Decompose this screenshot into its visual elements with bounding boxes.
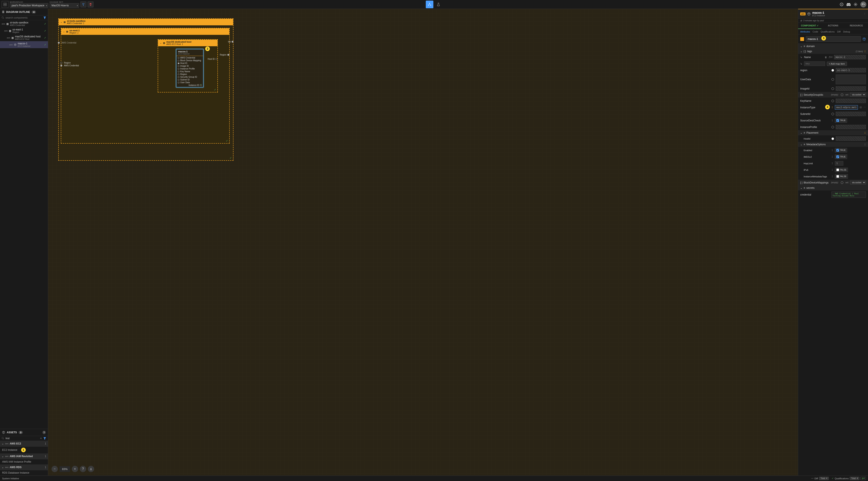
- more-icon[interactable]: ⋮: [864, 12, 866, 15]
- subtab-attributes[interactable]: Attributes: [800, 30, 810, 33]
- assets-search-input[interactable]: [5, 437, 39, 440]
- asset-item-ec2instance[interactable]: EC2 Instance 1: [0, 447, 48, 454]
- dots-icon[interactable]: ⋯: [864, 106, 866, 109]
- subnetid-input[interactable]: [836, 112, 866, 116]
- check-icon: ✓: [832, 477, 834, 480]
- tag-key-input[interactable]: [804, 61, 825, 66]
- detail-panel: aws macos-1 EC2 Instance ⋮ ⊞ 3 minutes a…: [798, 9, 868, 476]
- asset-item-iamprofile[interactable]: AWS IAM Instance Profile: [0, 459, 48, 464]
- asset-group-iam[interactable]: ⌄ aws AWS IAM Revisited 1: [0, 454, 48, 459]
- subtab-qualifications[interactable]: Qualifications: [821, 30, 835, 33]
- subtab-code[interactable]: Code: [812, 30, 818, 33]
- region-input[interactable]: [836, 68, 866, 72]
- tag-name-input[interactable]: [834, 55, 866, 59]
- subtab-diff[interactable]: Diff: [837, 30, 841, 33]
- settings-icon[interactable]: [854, 3, 858, 6]
- zoom-out-button[interactable]: −: [52, 466, 58, 472]
- section-sgids[interactable]: [ ] SecurityGroupIds (empty) set: via so…: [798, 92, 868, 97]
- trash-icon[interactable]: 🗑: [825, 56, 827, 59]
- add-map-item-button[interactable]: + Add map item: [827, 62, 847, 66]
- hoplimit-input[interactable]: [835, 161, 843, 166]
- credential-preview: - AWS Credential / Paul Testing Assume R…: [832, 191, 866, 198]
- section-secrets[interactable]: ⌄ ≡ secrets: [798, 185, 868, 190]
- edit-icon[interactable]: 𝙸: [864, 50, 866, 53]
- instancetype-input[interactable]: [835, 105, 858, 110]
- set-select[interactable]: via socket: [850, 93, 866, 96]
- clear-icon[interactable]: ⓧ: [860, 106, 862, 109]
- tab-resource[interactable]: RESOURCE: [845, 23, 868, 29]
- workspace-select[interactable]: paul's Production Workspace: [10, 3, 48, 8]
- imdsv2-checkbox[interactable]: TRUE: [835, 155, 847, 159]
- zoom-help-button[interactable]: ?: [80, 466, 86, 472]
- chevron-down-icon: ⌄: [2, 455, 4, 458]
- section-tags[interactable]: ⌄ { } tags (1 item) 𝙸: [798, 49, 868, 54]
- brand-label: System Initiative: [2, 477, 19, 480]
- imageid-input[interactable]: [836, 86, 866, 91]
- tree-item-instance[interactable]: aws macos-1EC2 Instance ✓: [0, 41, 48, 48]
- imtags-checkbox[interactable]: FALSE: [835, 174, 848, 179]
- section-domain[interactable]: ⌄ ≡ domain: [798, 44, 868, 49]
- set-select[interactable]: via socket: [850, 181, 866, 184]
- user-avatar[interactable]: P ▾: [860, 1, 866, 7]
- instanceprofile-input[interactable]: [836, 125, 866, 129]
- search-icon: [2, 437, 4, 440]
- edit-icon[interactable]: 𝙸: [864, 143, 866, 146]
- zoom-in-button[interactable]: +: [72, 466, 78, 472]
- filter-icon[interactable]: [43, 437, 46, 440]
- asset-group-rds[interactable]: ⌄ aws AWS RDS 1: [0, 464, 48, 470]
- func-icon[interactable]: ƒ⒳: [829, 56, 832, 59]
- tree-item-host[interactable]: aws ▦ macOS dedicated hostAWS EC2 Host ✓: [0, 34, 48, 41]
- merge-button[interactable]: [81, 1, 86, 7]
- outline-search-input[interactable]: [5, 16, 42, 19]
- workspace-label: WORKSPACE:: [10, 1, 48, 3]
- keyname-input[interactable]: [836, 99, 866, 103]
- discord-icon[interactable]: [846, 3, 851, 6]
- asset-item-rds[interactable]: RDS Database Instance: [0, 470, 48, 476]
- asset-group-ec2[interactable]: ⌄ aws AWS EC2 1: [0, 441, 48, 447]
- node-ec2[interactable]: macos-1 EC2 Instance AWS Credential Bloc…: [176, 49, 204, 87]
- status-diff[interactable]: 〰 Diff Total: 4: [811, 477, 829, 480]
- help-icon[interactable]: ?: [840, 3, 843, 6]
- svg-text:?: ?: [841, 3, 842, 5]
- check-icon: ✓: [214, 88, 216, 91]
- tutorial-marker-3: 3: [822, 36, 826, 40]
- socket-icon: [832, 69, 834, 71]
- color-swatch[interactable]: [800, 37, 804, 41]
- cube-icon[interactable]: [863, 37, 866, 41]
- filter-icon[interactable]: [43, 16, 46, 19]
- tab-component[interactable]: COMPONENT ✓: [798, 23, 822, 29]
- clear-icon[interactable]: ✕: [40, 437, 42, 440]
- frame-icon: ▦: [66, 30, 68, 33]
- tutorial-marker-2: 2: [205, 47, 210, 51]
- lab-view-button[interactable]: [435, 1, 442, 8]
- chevron-down-icon: ⌄: [63, 30, 65, 33]
- section-metadata[interactable]: ⌄ ≡ MetadataOptions 𝙸: [798, 142, 868, 147]
- chevron-down-icon: ⌄: [800, 186, 802, 189]
- help-icon[interactable]: ?: [42, 431, 46, 434]
- tree-item-credential[interactable]: aws ▦ si-tools-sandboxAWS Credential ✓: [0, 20, 48, 27]
- app-logo[interactable]: [2, 1, 8, 8]
- ipv6-checkbox[interactable]: FALSE: [835, 168, 848, 172]
- userdata-input[interactable]: [836, 74, 866, 84]
- component-name-input[interactable]: [806, 36, 861, 42]
- hostid-input[interactable]: [836, 137, 866, 141]
- status-qualifications[interactable]: ✓ Qualifications Total: 4 ⊘4: [832, 477, 866, 480]
- tab-actions[interactable]: ACTIONS: [822, 23, 844, 29]
- model-view-button[interactable]: [426, 1, 433, 8]
- enabled-checkbox[interactable]: TRUE: [835, 148, 847, 152]
- download-button[interactable]: [88, 466, 94, 472]
- edit-icon: 𝙸: [832, 155, 833, 158]
- changeset-select[interactable]: MacOS How-to: [50, 3, 79, 8]
- subtab-debug[interactable]: Debug: [843, 30, 850, 33]
- edit-icon[interactable]: 𝙸: [864, 131, 866, 134]
- canvas[interactable]: ⌄ ▦ si-tools-sandboxAWS Credential: 1 AW…: [48, 9, 798, 476]
- aws-chip: aws: [800, 12, 806, 16]
- delete-button[interactable]: [88, 1, 94, 7]
- arrow-icon: ↳: [800, 62, 802, 65]
- check-icon: ✓: [230, 156, 232, 159]
- tree-item-region[interactable]: aws ▦ us-east-1Region ✓: [0, 27, 48, 34]
- sourcedestcheck-checkbox[interactable]: TRUE: [835, 118, 847, 123]
- section-placement[interactable]: ⌄ ≡ Placement 𝙸: [798, 130, 868, 136]
- section-bdm[interactable]: [ ] BlockDeviceMappings (empty) set: via…: [798, 180, 868, 185]
- aws-icon: aws: [7, 37, 10, 39]
